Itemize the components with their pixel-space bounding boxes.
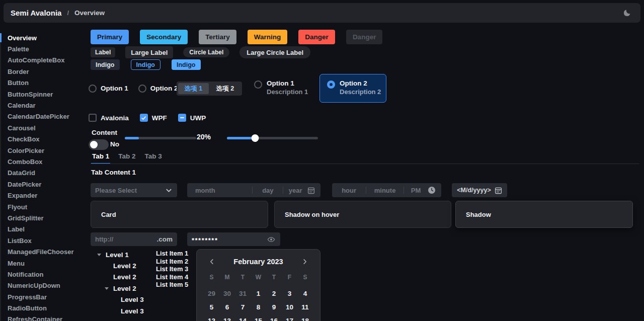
primary-button[interactable]: Primary	[91, 30, 129, 44]
time-picker[interactable]: hour minute PM	[332, 183, 441, 197]
tab-tab-2[interactable]: Tab 2	[117, 152, 136, 164]
secondary-button[interactable]: Secondary	[140, 30, 188, 44]
calendar-day-cell[interactable]: 10	[282, 300, 297, 314]
list-item[interactable]: List Item 2	[156, 258, 188, 266]
calendar-day-cell[interactable]: 11	[297, 300, 313, 314]
password-input[interactable]: ********	[187, 232, 280, 246]
sidebar-item-flyout[interactable]: Flyout	[0, 201, 90, 212]
checkbox-uwp[interactable]: UWP	[178, 114, 206, 122]
tree-node-level-1[interactable]: Level 1	[91, 249, 153, 260]
sidebar-item-managedfilechooser[interactable]: ManagedFileChooser	[0, 246, 90, 257]
calendar-day-cell[interactable]: 30	[219, 287, 235, 300]
sidebar-item-carousel[interactable]: Carousel	[0, 122, 90, 133]
calendar-day-cell[interactable]: 29	[204, 287, 219, 300]
sidebar-item-buttonspinner[interactable]: ButtonSpinner	[0, 89, 90, 100]
calendar-title[interactable]: February 2023	[233, 258, 283, 266]
sidebar-item-combobox[interactable]: ComboBox	[0, 156, 90, 167]
list-item[interactable]: List Item 3	[156, 265, 188, 273]
radio-card-option-2-selected[interactable]: Option 2 Description 2	[319, 74, 386, 103]
slider-1[interactable]	[125, 137, 196, 139]
toggle-switch[interactable]	[89, 139, 109, 150]
clock-icon[interactable]	[428, 186, 441, 194]
date-segment-day[interactable]: day	[253, 183, 283, 197]
sidebar-item-listbox[interactable]: ListBox	[0, 235, 90, 246]
calendar-date-picker[interactable]: <M/d/yyyy>	[452, 183, 507, 197]
calendar-prev-button[interactable]	[208, 258, 216, 266]
calendar-day-cell[interactable]: 6	[219, 300, 235, 314]
sidebar-item-palette[interactable]: Palette	[0, 43, 90, 54]
sidebar-item-refreshcontainer[interactable]: RefreshContainer	[0, 314, 90, 321]
theme-toggle-button[interactable]	[620, 7, 633, 20]
calendar-day-cell[interactable]: 16	[266, 314, 282, 321]
list-item[interactable]: List Item 5	[156, 281, 188, 289]
danger-disabled-button[interactable]: Danger	[346, 30, 383, 44]
sidebar-item-button[interactable]: Button	[0, 77, 90, 89]
calendar-day-cell[interactable]: 18	[297, 314, 313, 321]
tree-expander-icon[interactable]	[97, 254, 106, 256]
url-input[interactable]: http:// .com	[91, 232, 177, 246]
checkbox-avalonia[interactable]: Avalonia	[89, 114, 129, 122]
tab-tab-1[interactable]: Tab 1	[91, 152, 110, 164]
sidebar-item-autocompletebox[interactable]: AutoCompleteBox	[0, 55, 90, 66]
eye-icon[interactable]	[267, 235, 275, 244]
tree-node-level-3[interactable]: Level 3	[91, 294, 153, 305]
segmented-option-2[interactable]: 选项 2	[210, 83, 240, 94]
sidebar-item-datagrid[interactable]: DataGrid	[0, 168, 90, 179]
combobox-please-select[interactable]: Please Select	[91, 183, 177, 197]
calendar-day-cell[interactable]: 4	[297, 287, 313, 300]
sidebar-item-expander[interactable]: Expander	[0, 190, 90, 201]
calendar-day-cell[interactable]: 3	[282, 287, 297, 300]
tree-expander-icon[interactable]	[105, 287, 113, 290]
sidebar-item-border[interactable]: Border	[0, 66, 90, 77]
sidebar-item-label[interactable]: Label	[0, 224, 90, 235]
sidebar-item-datepicker[interactable]: DatePicker	[0, 179, 90, 190]
time-segment-hour[interactable]: hour	[332, 183, 366, 197]
calendar-day-cell[interactable]: 12	[204, 314, 219, 321]
slider-2[interactable]	[227, 137, 318, 139]
calendar-day-cell[interactable]: 31	[235, 287, 251, 300]
segmented-option-1[interactable]: 选项 1	[178, 83, 209, 94]
sidebar-item-progressbar[interactable]: ProgressBar	[0, 291, 90, 302]
time-segment-meridiem[interactable]: PM	[404, 183, 428, 197]
sidebar-item-numericupdown[interactable]: NumericUpDown	[0, 280, 90, 291]
sidebar-item-calendardatepicker[interactable]: CalendarDatePicker	[0, 111, 90, 122]
tertiary-button[interactable]: Tertiary	[199, 30, 236, 44]
checkbox-wpf[interactable]: WPF	[140, 114, 167, 122]
warning-button[interactable]: Warning	[248, 30, 288, 44]
radio-option-1[interactable]: Option 1	[89, 85, 128, 93]
date-segment-month[interactable]: month	[187, 183, 252, 197]
time-segment-minute[interactable]: minute	[366, 183, 404, 197]
date-picker[interactable]: month day year	[187, 183, 320, 197]
calendar-day-cell[interactable]: 5	[204, 300, 219, 314]
calendar-day-cell[interactable]: 7	[235, 300, 251, 314]
sidebar-item-notification[interactable]: Notification	[0, 269, 90, 280]
calendar-next-button[interactable]	[301, 258, 309, 266]
calendar-day-cell[interactable]: 1	[251, 287, 266, 300]
sidebar-item-overview[interactable]: Overview	[0, 32, 90, 43]
slider-thumb[interactable]	[252, 134, 259, 142]
calendar-day-cell[interactable]: 17	[282, 314, 297, 321]
sidebar-item-checkbox[interactable]: CheckBox	[0, 134, 90, 145]
sidebar-item-menu[interactable]: Menu	[0, 258, 90, 269]
calendar-day-cell[interactable]: 2	[266, 287, 282, 300]
tree-node-level-2[interactable]: Level 2	[91, 272, 153, 283]
calendar-day-cell[interactable]: 8	[251, 300, 266, 314]
calendar-icon[interactable]	[307, 187, 320, 194]
sidebar-item-radiobutton[interactable]: RadioButton	[0, 302, 90, 313]
calendar-day-cell[interactable]: 15	[251, 314, 266, 321]
date-segment-year[interactable]: year	[283, 183, 307, 197]
sidebar-item-colorpicker[interactable]: ColorPicker	[0, 145, 90, 156]
tab-tab-3[interactable]: Tab 3	[144, 152, 163, 164]
radio-option-2[interactable]: Option 2	[138, 85, 178, 93]
calendar-day-cell[interactable]: 13	[219, 314, 235, 321]
calendar-day-cell[interactable]: 14	[235, 314, 251, 321]
tree-node-level-2[interactable]: Level 2	[91, 283, 153, 294]
tree-node-level-2[interactable]: Level 2	[91, 260, 153, 271]
sidebar-item-calendar[interactable]: Calendar	[0, 100, 90, 111]
calendar-day-cell[interactable]: 9	[266, 300, 282, 314]
sidebar-item-gridsplitter[interactable]: GridSplitter	[0, 212, 90, 223]
list-item[interactable]: List Item 1	[156, 250, 188, 258]
radio-card-option-1[interactable]: Option 1 Description 1	[254, 79, 308, 96]
list-item[interactable]: List Item 4	[156, 273, 188, 281]
tree-node-level-3[interactable]: Level 3	[91, 305, 153, 316]
